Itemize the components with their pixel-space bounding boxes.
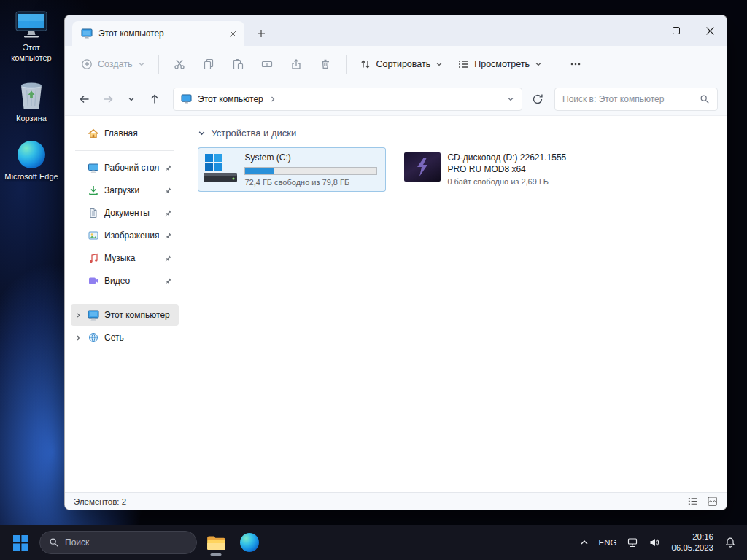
drive-free-space: 72,4 ГБ свободно из 79,8 ГБ [244,178,377,187]
large-icons-view-icon[interactable] [707,496,718,507]
sidebar-item-this-pc[interactable]: Этот компьютер [71,304,179,326]
up-button[interactable] [144,88,166,110]
sidebar-item-label: Музыка [104,253,159,263]
desktop-icon-this-pc[interactable]: Этот компьютер [3,10,60,63]
pin-icon [164,187,173,195]
share-icon [290,58,302,70]
drive-tile-system-c[interactable]: System (C:) 72,4 ГБ свободно из 79,8 ГБ [198,147,386,192]
desktop-icon-label: Этот компьютер [3,43,60,63]
sidebar-item-desktop[interactable]: Рабочий стол [71,157,179,179]
clock-time: 20:16 [671,532,713,542]
breadcrumb[interactable]: Этот компьютер [198,94,263,104]
notification-center-button[interactable] [719,528,741,557]
minimize-button[interactable] [626,15,659,46]
sidebar-item-videos[interactable]: Видео [71,270,179,292]
view-toggles [687,496,718,507]
navigation-bar: Этот компьютер [65,82,727,116]
network-status[interactable] [622,528,643,557]
this-pc-icon [181,94,192,104]
tab-bar: Этот компьютер [65,15,727,46]
sidebar-item-pictures[interactable]: Изображения [71,225,179,246]
share-button[interactable] [282,52,311,77]
chevron-down-icon [436,61,443,68]
taskbar-clock[interactable]: 20:16 06.05.2023 [665,532,719,553]
search-icon [49,537,59,548]
new-button[interactable]: Создать [74,53,152,75]
chevron-down-icon [535,61,542,68]
refresh-button[interactable] [527,88,549,110]
windows-logo-icon [13,535,28,551]
rename-button[interactable] [252,52,282,77]
sidebar-item-label: Рабочий стол [104,163,159,173]
more-options-button[interactable] [561,52,590,77]
maximize-button[interactable] [659,15,693,46]
copy-button[interactable] [194,52,223,77]
sidebar-separator [75,150,174,151]
plus-circle-icon [81,58,93,70]
desktop-icon-label: Корзина [16,114,47,124]
search-icon[interactable] [700,94,710,104]
this-pc-icon [15,10,48,39]
copy-icon [203,58,214,70]
tab-this-pc[interactable]: Этот компьютер [72,21,244,46]
sidebar-item-home[interactable]: Главная [71,122,179,144]
chevron-down-icon[interactable] [198,129,206,137]
close-button[interactable] [693,15,727,46]
forward-button[interactable] [97,88,119,110]
chevron-up-icon [580,540,589,545]
volume-status[interactable] [643,528,665,557]
drive-usage-bar [244,167,377,175]
sort-button-label: Сортировать [376,59,431,69]
chevron-right-icon[interactable] [74,312,82,319]
tab-close-icon[interactable] [225,26,240,41]
ellipsis-icon [570,58,581,70]
taskbar-explorer-button[interactable] [201,528,231,557]
pin-icon [164,164,173,172]
recent-locations-button[interactable] [120,88,142,110]
taskbar-search-input[interactable] [65,537,187,548]
desktop-icon-label: Microsoft Edge [4,172,58,182]
sort-icon [360,58,371,70]
taskbar-edge-button[interactable] [235,528,264,557]
file-area: Устройства и диски System (C:) 72,4 ГБ с… [185,116,727,492]
chevron-down-icon[interactable] [507,96,514,103]
drive-free-space: 0 байт свободно из 2,69 ГБ [447,177,584,186]
drive-tile-cd-d[interactable]: CD-дисковод (D:) 22621.1555 PRO RU MOD8 … [399,147,593,191]
view-button-label: Просмотреть [474,59,530,69]
clock-date: 06.05.2023 [671,542,713,553]
sidebar-item-network[interactable]: Сеть [71,327,179,349]
delete-button[interactable] [311,52,340,77]
details-view-icon[interactable] [687,496,698,507]
back-button[interactable] [74,88,96,110]
address-bar[interactable]: Этот компьютер [173,88,522,111]
language-indicator[interactable]: ENG [594,528,622,557]
search-input[interactable] [562,94,700,104]
sort-button[interactable]: Сортировать [352,53,451,75]
paste-button[interactable] [223,52,252,77]
group-header-devices[interactable]: Устройства и диски [198,128,713,139]
desktop-icon-edge[interactable]: Microsoft Edge [3,141,60,182]
cut-button[interactable] [165,52,194,77]
chevron-right-icon[interactable] [74,335,82,341]
start-button[interactable] [6,528,35,557]
sidebar-item-label: Документы [104,208,159,218]
desktop-icon-recycle-bin[interactable]: Корзина [3,81,60,124]
taskbar-search[interactable] [39,531,197,554]
downloads-icon [88,184,99,196]
new-tab-button[interactable] [250,23,272,44]
drive-name: CD-дисковод (D:) 22621.1555 PRO RU MOD8 … [447,152,584,175]
paste-icon [232,58,244,70]
sidebar-item-music[interactable]: Музыка [71,247,179,269]
explorer-window: Этот компьютер Создать Сор [64,15,727,510]
tray-overflow-button[interactable] [575,528,594,557]
chevron-right-icon[interactable] [269,96,276,103]
pin-icon [164,254,173,262]
view-button[interactable]: Просмотреть [450,53,549,75]
search-box [554,88,718,111]
sidebar-item-documents[interactable]: Документы [71,202,179,224]
sidebar: Главная Рабочий стол Загрузки Документы [65,116,185,492]
language-label: ENG [599,538,617,547]
taskbar-left [6,528,264,557]
chevron-down-icon [138,61,145,68]
sidebar-item-downloads[interactable]: Загрузки [71,179,179,201]
